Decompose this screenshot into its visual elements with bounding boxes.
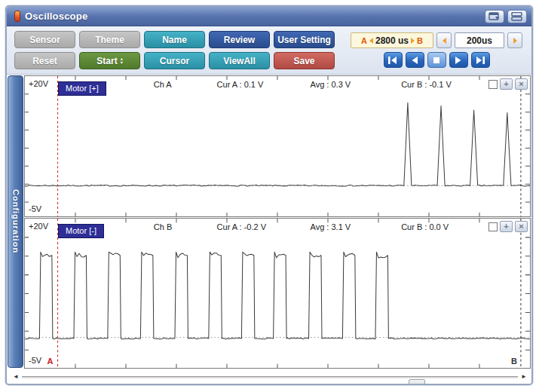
timebase-left-arrow-icon: [443, 38, 446, 44]
panel-b-vmin-label: -5V: [29, 356, 41, 365]
window-popout-icon: [488, 12, 501, 21]
scroll-left-button[interactable]: ◄: [11, 372, 20, 381]
stop-icon: [430, 56, 443, 65]
skip-to-end-icon: [474, 56, 486, 65]
oscilloscope-window: Oscilloscope Sensor Theme Name Review Us…: [5, 5, 533, 385]
panel-a-avg-readout: Avg : 0.3 V: [311, 80, 351, 89]
skip-to-start-icon: [387, 56, 399, 65]
skip-to-start-button[interactable]: [384, 52, 403, 68]
panel-a-vmax-label: +20V: [29, 79, 48, 88]
channel-a-waveform: [25, 76, 530, 216]
start-button[interactable]: Start ▴▾: [79, 52, 140, 69]
window-layout-icon: [511, 12, 523, 21]
panel-b-vmax-label: +20V: [29, 222, 48, 231]
skip-to-end-button[interactable]: [471, 52, 490, 68]
panel-a-title-badge[interactable]: Motor [+]: [58, 81, 106, 96]
channel-b-panel: +20V Motor [-] Ch B Cur A : -0.2 V Avg :…: [24, 218, 531, 369]
theme-button[interactable]: Theme: [79, 31, 140, 48]
ab-interval-value: 2800 us: [375, 35, 409, 46]
panel-b-close-button[interactable]: ×: [515, 221, 528, 232]
stop-button[interactable]: [427, 52, 446, 68]
cursor-b-letter: B: [417, 36, 423, 45]
play-icon: [452, 56, 464, 65]
interval-right-arrow-icon: [411, 38, 415, 44]
sensor-button[interactable]: Sensor: [14, 31, 75, 48]
scrollbar-track[interactable]: [22, 376, 518, 378]
panel-b-cursor-b-readout: Cur B : 0.0 V: [401, 222, 449, 231]
window-popout-button[interactable]: [485, 10, 504, 23]
time-controls: A 2800 us B 200us: [351, 32, 524, 68]
panel-a-vmin-label: -5V: [29, 204, 41, 213]
play-forward-button[interactable]: [449, 52, 468, 68]
window-title: Oscilloscope: [25, 11, 482, 22]
toolbar: Sensor Theme Name Review User Setting Re…: [7, 26, 531, 75]
panel-b-cursor-a-readout: Cur A : -0.2 V: [217, 222, 266, 231]
reset-button[interactable]: Reset: [14, 52, 75, 69]
app-icon: [14, 11, 20, 22]
spinner-arrows-icon: ▴▾: [121, 57, 123, 65]
step-back-button[interactable]: [406, 52, 424, 68]
window-layout-button[interactable]: [507, 10, 527, 23]
cursor-a-letter: A: [361, 36, 367, 45]
scope-panels: +20V Motor [+] Ch A Cur A : 0.1 V Avg : …: [24, 75, 531, 369]
viewall-button[interactable]: ViewAll: [209, 52, 270, 69]
panel-a-close-button[interactable]: ×: [515, 78, 528, 90]
channel-b-waveform: [25, 219, 530, 368]
cursor-a-marker-label[interactable]: A: [47, 357, 54, 366]
user-setting-button[interactable]: User Setting: [274, 31, 335, 48]
panel-b-checkbox[interactable]: [488, 222, 498, 231]
timebase-right-arrow-icon: [513, 38, 517, 44]
start-label: Start: [96, 56, 117, 66]
panel-b-title-badge[interactable]: Motor [-]: [58, 224, 104, 238]
panel-b-controls: + ×: [488, 221, 528, 232]
timebase-increase-button[interactable]: [507, 32, 522, 48]
timebase-display: 200us: [455, 32, 504, 48]
channel-a-panel: +20V Motor [+] Ch A Cur A : 0.1 V Avg : …: [24, 75, 531, 217]
main-area: Configuration +20V Motor [+] Ch A Cur A …: [7, 75, 531, 369]
panel-a-controls: + ×: [488, 78, 528, 90]
save-button[interactable]: Save: [274, 52, 335, 69]
panel-a-cursor-b-readout: Cur B : -0.1 V: [401, 80, 452, 89]
panel-a-checkbox[interactable]: [488, 80, 498, 89]
time-row: A 2800 us B 200us: [351, 32, 522, 48]
cursor-button[interactable]: Cursor: [144, 52, 205, 69]
panel-a-expand-button[interactable]: +: [500, 78, 513, 90]
timebase-decrease-button[interactable]: [436, 32, 452, 48]
toolbar-button-grid: Sensor Theme Name Review User Setting Re…: [14, 31, 335, 69]
transport-controls: [384, 52, 490, 68]
panel-b-channel-label: Ch B: [154, 222, 172, 231]
scrollbar-thumb[interactable]: [409, 379, 425, 385]
scroll-right-button[interactable]: ►: [519, 372, 528, 381]
titlebar: Oscilloscope: [7, 7, 531, 26]
configuration-sidebar[interactable]: Configuration: [8, 75, 23, 368]
name-button[interactable]: Name: [144, 31, 205, 48]
review-button[interactable]: Review: [209, 31, 270, 48]
panel-b-expand-button[interactable]: +: [500, 221, 513, 232]
horizontal-scrollbar: ◄ ►: [7, 369, 531, 384]
ab-interval-display: A 2800 us B: [351, 32, 433, 48]
screenshot-stage: Oscilloscope Sensor Theme Name Review Us…: [0, 0, 539, 392]
cursor-b-marker-label[interactable]: B: [511, 357, 517, 366]
panel-a-channel-label: Ch A: [154, 80, 172, 89]
panel-a-cursor-a-readout: Cur A : 0.1 V: [217, 80, 264, 89]
panel-b-avg-readout: Avg : 3.1 V: [311, 222, 351, 231]
configuration-label: Configuration: [11, 189, 20, 253]
step-back-icon: [409, 56, 421, 65]
interval-left-arrow-icon: [369, 38, 373, 44]
